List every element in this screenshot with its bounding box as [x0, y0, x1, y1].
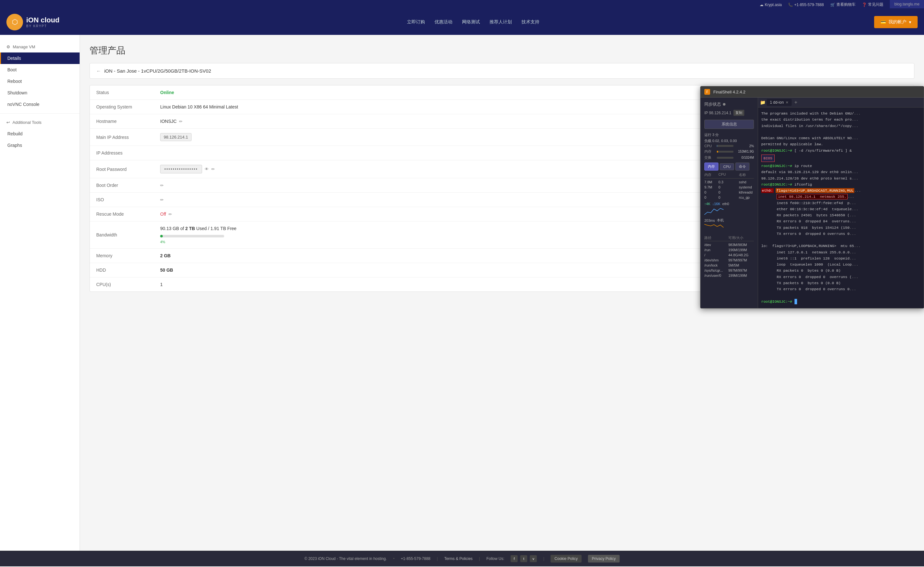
t-line-5: Debian GNU/Linux comes with ABSOLUTELY N…	[761, 135, 921, 141]
vimeo-icon[interactable]: v	[530, 555, 537, 562]
rescue-value: Off ✏	[160, 212, 172, 217]
nav-support[interactable]: 技术支持	[522, 19, 539, 25]
iso-edit-icon[interactable]: ✏	[160, 197, 164, 202]
copy-button[interactable]: 复制	[734, 110, 744, 116]
process-row-2: 9.7M0systemd	[704, 185, 754, 190]
sidebar-item-details[interactable]: Details	[0, 53, 80, 64]
logo-text-area: iON cloud BY KRYPT	[26, 16, 60, 27]
bandwidth-fill	[160, 235, 163, 238]
sidebar-manage-vm-title: ⚙ Manage VM	[0, 41, 80, 53]
nav-deals[interactable]: 优惠活动	[435, 19, 452, 25]
krypt-link[interactable]: ☁ Krypt.asia	[760, 3, 782, 7]
t-lo-inet6: inet6 ::1 prefixlen 128 scopeid...	[761, 256, 921, 261]
col-name: 名称	[739, 173, 754, 177]
root-pwd-label: Root Password	[96, 167, 160, 172]
main-layout: ⚙ Manage VM Details Boot Reboot Shutdown…	[0, 35, 924, 551]
ping-chart	[704, 223, 723, 232]
process-header: 内存 CPU 名称	[704, 173, 754, 179]
net-chart	[704, 206, 723, 215]
disk-row-shm: /dev/shm997M/997M	[704, 257, 754, 263]
facebook-icon[interactable]: f	[511, 555, 518, 562]
cookie-policy-button[interactable]: Cookie Policy	[550, 555, 582, 562]
fs-terminal[interactable]: The programs included with the Debian GN…	[758, 108, 924, 308]
swap-stat-val: 0/1024M	[735, 156, 754, 159]
mem-bar-fill	[717, 151, 718, 153]
sidebar-item-graphs[interactable]: Graphs	[0, 140, 80, 151]
boot-order-value: ✏	[160, 183, 164, 188]
tab-cmd[interactable]: 命令	[735, 162, 749, 170]
cart-link[interactable]: 🛒 查看购物车	[830, 2, 856, 8]
password-edit-icon[interactable]: ✏	[212, 167, 215, 171]
bandwidth-label: Bandwidth	[96, 232, 160, 238]
fs-title-bar: F FinalShell 4.2.4.2	[700, 86, 924, 98]
hostname-edit-icon[interactable]: ✏	[179, 119, 183, 124]
sidebar-item-novnc[interactable]: noVNC Console	[0, 99, 80, 110]
col-cpu: CPU	[718, 173, 738, 177]
t-line-11: 98.126.214.128/26 dev eth0 proto kernel …	[761, 176, 921, 181]
t-line-2: the exact distribution terms for each pr…	[761, 117, 921, 122]
main-ip-input[interactable]: 98.126.214.1	[160, 133, 192, 141]
disk-path-col: 路径	[704, 236, 728, 240]
sidebar-item-boot[interactable]: Boot	[0, 64, 80, 75]
nav-network[interactable]: 网络测试	[462, 19, 480, 25]
footer-divider-3: |	[479, 556, 480, 561]
fs-app-icon: F	[704, 89, 710, 95]
disk-row-lock: /run/lock5M/5M	[704, 263, 754, 268]
iso-label: ISO	[96, 197, 160, 202]
footer-phone: +1-855-579-7888	[401, 556, 430, 561]
cpu-stat-val: 2%	[735, 144, 754, 148]
disk-row-dev: /dev983M/983M	[704, 242, 754, 247]
t-lo-txerr: TX errors 0 dropped 0 overruns 0...	[761, 286, 921, 292]
status-value: Online	[160, 90, 174, 95]
password-dots: ••••••••••••••••	[160, 165, 202, 173]
footer-terms[interactable]: Terms & Policies	[444, 556, 472, 561]
fs-stats: 运行 3 分 负载 0.02, 0.03, 0.00 CPU 2%	[704, 132, 754, 278]
t-lo: lo: flags=73<UP,LOOPBACK,RUNNING> mtu 65…	[761, 243, 921, 249]
tab-cpu[interactable]: CPU	[720, 163, 734, 170]
twitter-icon[interactable]: t	[520, 555, 527, 562]
cpu-stat-row: CPU 2%	[704, 144, 754, 148]
os-value: Linux Debian 10 X86 64 Minimal Latest	[160, 104, 238, 110]
footer-follow: Follow Us:	[486, 556, 504, 561]
footer-divider-2: |	[437, 556, 438, 561]
finalshell-overlay: F FinalShell 4.2.4.2 同步状态 IP 98.126.214.…	[700, 86, 924, 308]
boot-order-edit-icon[interactable]: ✏	[160, 183, 164, 188]
tab-close-icon[interactable]: ✕	[786, 101, 788, 105]
top-bar: blog.tanglu.me ☁ Krypt.asia 📞 +1-855-579…	[0, 0, 924, 9]
sidebar-item-shutdown[interactable]: Shutdown	[0, 87, 80, 99]
faq-link[interactable]: ❓ 常见问题	[862, 2, 884, 8]
vm-header: ← iON - San Jose - 1vCPU/2G/50GB/2TB-ION…	[90, 63, 914, 79]
privacy-policy-button[interactable]: Privacy Policy	[588, 555, 620, 562]
status-online: Online	[160, 90, 174, 95]
nav-referral[interactable]: 推荐人计划	[489, 19, 512, 25]
session-tab[interactable]: 1 dd-ion ✕	[767, 99, 792, 106]
boot-order-label: Boot Order	[96, 183, 160, 188]
sidebar-additional-tools-title: ↩ Additional Tools	[0, 117, 80, 128]
nav-order[interactable]: 立即订购	[407, 19, 425, 25]
t-line-3: individual files in /usr/share/doc/*/cop…	[761, 123, 921, 129]
sidebar-item-reboot[interactable]: Reboot	[0, 75, 80, 87]
memory-value: 2 GB	[160, 253, 171, 258]
footer-divider-4: |	[543, 556, 544, 561]
tab-mem[interactable]: 内存	[704, 162, 718, 170]
disk-size-col: 可用/大小	[728, 236, 754, 240]
disk-section: 路径 可用/大小 /dev983M/983M /run196M/199M /44…	[704, 236, 754, 278]
sidebar-item-rebuild[interactable]: Rebuild	[0, 128, 80, 140]
disk-row-cgr: /sys/fs/cgr...997M/997M	[704, 268, 754, 273]
back-arrow[interactable]: ←	[96, 68, 101, 74]
password-show-icon[interactable]: 👁	[205, 167, 209, 171]
t-line-tx1: TX packets 918 bytes 154124 (150...	[761, 225, 921, 230]
hostname-value: IONSJC ✏	[160, 119, 183, 124]
cpu-label: CPU(s)	[96, 282, 160, 287]
phone-link[interactable]: 📞 +1-855-579-7888	[788, 3, 824, 7]
t-lo-rxerr: RX errors 0 dropped 0 overruns (...	[761, 274, 921, 280]
my-account-button[interactable]: 💳 我的帐户 ▾	[874, 16, 918, 28]
tab-add-icon[interactable]: +	[793, 99, 798, 105]
t-line-ether: ether 00:16:3c:9e:ef:4d txqueuele...	[761, 206, 921, 212]
rescue-edit-icon[interactable]: ✏	[168, 212, 172, 217]
blog-link: blog.tanglu.me	[890, 0, 924, 8]
t-line-10: default via 98.126.214.129 dev eth0 onli…	[761, 169, 921, 175]
t-prompt-final: root@IONSJC:~#	[761, 299, 921, 304]
sysinfo-button[interactable]: 系统信息	[704, 120, 754, 129]
root-pwd-value: •••••••••••••••• 👁 ✏	[160, 165, 215, 173]
